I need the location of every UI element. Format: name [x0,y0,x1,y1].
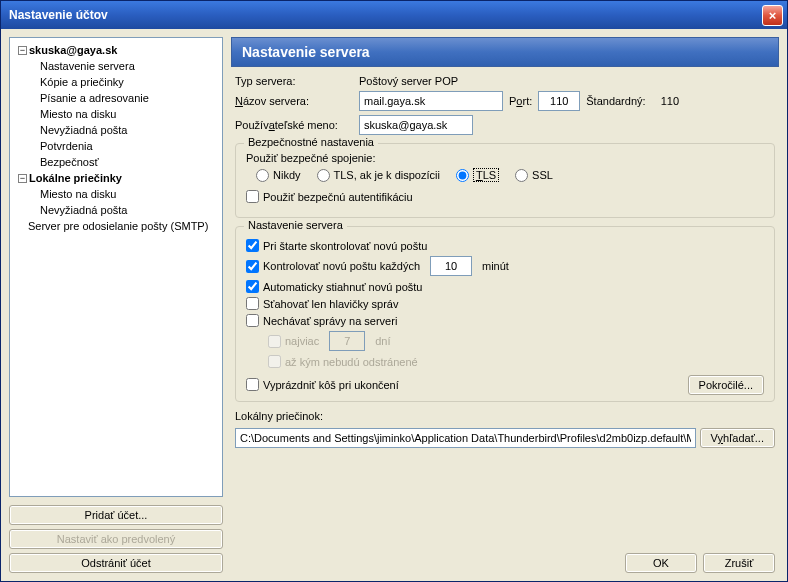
ok-button[interactable]: OK [625,553,697,573]
radio-tls[interactable]: TLS [456,168,499,182]
collapse-icon[interactable]: − [18,174,27,183]
tree-item-local-disk[interactable]: Miesto na disku [14,186,218,202]
leave-on-server-checkbox[interactable]: Nechávať správy na serveri [246,314,397,327]
port-input[interactable] [538,91,580,111]
section-header: Nastavenie servera [231,37,779,67]
tree-item-junk[interactable]: Nevyžiadná pošta [14,122,218,138]
server-settings-fieldset: Nastavenie servera Pri štarte skontrolov… [235,226,775,402]
tree-account-root[interactable]: − skuska@gaya.sk [14,42,218,58]
username-input[interactable] [359,115,473,135]
server-type-label: Typ servera: [235,75,353,87]
port-label: Port: [509,95,532,107]
check-on-start-checkbox[interactable]: Pri štarte skontrolovať novú poštu [246,239,427,252]
server-type-value: Poštový server POP [359,75,458,87]
until-deleted-checkbox: až kým nebudú odstránené [268,355,418,368]
local-folder-label: Lokálny priečinok: [235,410,775,422]
tree-item-composition[interactable]: Písanie a adresovanie [14,90,218,106]
collapse-icon[interactable]: − [18,46,27,55]
server-legend: Nastavenie servera [244,219,347,231]
check-every-input[interactable] [430,256,472,276]
browse-button[interactable]: Vyhľadať... [700,428,775,448]
server-name-label: Názov servera: [235,95,353,107]
tree-item-security[interactable]: Bezpečnosť [14,154,218,170]
secure-auth-checkbox[interactable]: Použiť bezpečnú autentifikáciu [246,190,413,203]
conn-label: Použiť bezpečné spojenie: [246,152,764,164]
max-days-checkbox: najviac [268,335,319,348]
set-default-button: Nastaviť ako predvolený [9,529,223,549]
auto-download-checkbox[interactable]: Automaticky stiahnuť novú poštu [246,280,422,293]
tree-item-receipts[interactable]: Potvrdenia [14,138,218,154]
tree-local-label: Lokálne priečinky [29,172,122,184]
std-port-value: 110 [661,95,679,107]
titlebar: Nastavenie účtov × [1,1,787,29]
advanced-button[interactable]: Pokročilé... [688,375,764,395]
security-fieldset: Bezpečnostné nastavenia Použiť bezpečné … [235,143,775,218]
server-name-input[interactable] [359,91,503,111]
tree-item-local-junk[interactable]: Nevyžiadná pošta [14,202,218,218]
radio-tls-if[interactable]: TLS, ak je k dispozícii [317,169,440,182]
window-title: Nastavenie účtov [9,8,762,22]
headers-only-checkbox[interactable]: Sťahovať len hlavičky správ [246,297,398,310]
close-button[interactable]: × [762,5,783,26]
empty-trash-checkbox[interactable]: Vyprázdniť kôš pri ukončení [246,378,399,391]
tree-local-root[interactable]: − Lokálne priečinky [14,170,218,186]
username-label: Používateľské meno: [235,119,353,131]
check-every-unit: minút [482,260,509,272]
tree-item-disk[interactable]: Miesto na disku [14,106,218,122]
tree-item-smtp[interactable]: Server pre odosielanie pošty (SMTP) [14,218,218,234]
tree-account-label: skuska@gaya.sk [29,44,117,56]
tree-item-server-settings[interactable]: Nastavenie servera [14,58,218,74]
check-every-checkbox[interactable]: Kontrolovať novú poštu každých [246,260,420,273]
remove-account-button[interactable]: Odstrániť účet [9,553,223,573]
local-folder-input[interactable] [235,428,696,448]
cancel-button[interactable]: Zrušiť [703,553,775,573]
radio-ssl[interactable]: SSL [515,169,553,182]
max-days-input [329,331,365,351]
tree-item-copies[interactable]: Kópie a priečinky [14,74,218,90]
add-account-button[interactable]: Pridať účet... [9,505,223,525]
radio-never[interactable]: Nikdy [256,169,301,182]
account-tree[interactable]: − skuska@gaya.sk Nastavenie servera Kópi… [9,37,223,497]
max-days-unit: dní [375,335,390,347]
std-port-label: Štandardný: [586,95,645,107]
security-legend: Bezpečnostné nastavenia [244,136,378,148]
